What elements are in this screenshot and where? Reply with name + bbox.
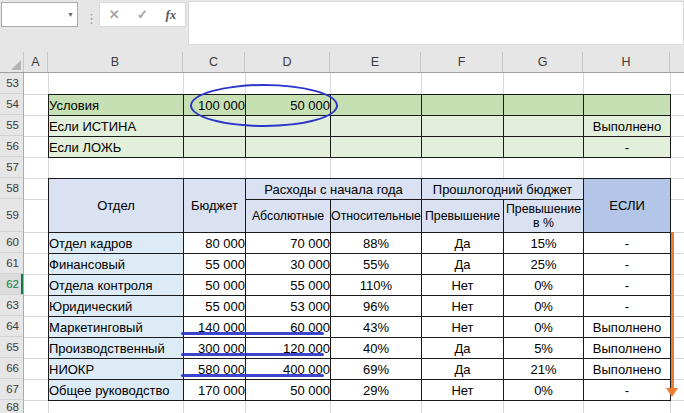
header-budget[interactable]: Бюджет	[184, 179, 246, 233]
row-header-65[interactable]: 65	[0, 337, 23, 358]
cell-exceed[interactable]: Да	[422, 338, 504, 359]
cell-relative[interactable]: 40%	[331, 338, 422, 359]
cell-dept[interactable]: Отдела контроля	[49, 275, 184, 296]
cell-exceed[interactable]: Да	[422, 359, 504, 380]
cell[interactable]	[184, 137, 246, 158]
header-exceed[interactable]: Превышение	[422, 200, 504, 233]
cell-dept[interactable]: Юридический	[49, 296, 184, 317]
column-header-e[interactable]: E	[330, 52, 421, 72]
cell[interactable]	[504, 137, 584, 158]
column-header-f[interactable]: F	[421, 52, 503, 72]
annotation-underline-production[interactable]	[181, 353, 324, 356]
row-header-59[interactable]: 59	[0, 199, 23, 232]
header-relative[interactable]: Относительные	[331, 200, 422, 233]
row-header-66[interactable]: 66	[0, 358, 23, 379]
enter-icon[interactable]: ✓	[137, 7, 148, 22]
row-header-60[interactable]: 60	[0, 232, 23, 253]
column-header-b[interactable]: B	[48, 52, 183, 72]
cell-absolute[interactable]: 50 000	[246, 380, 331, 401]
row-header-55[interactable]: 55	[0, 115, 23, 136]
cell-if-true-label[interactable]: Если ИСТИНА	[49, 116, 184, 137]
cell-relative[interactable]: 29%	[331, 380, 422, 401]
header-absolute[interactable]: Абсолютные	[246, 200, 331, 233]
cell-exceed-pct[interactable]: 25%	[504, 254, 584, 275]
cell-if[interactable]: -	[584, 380, 671, 401]
row-header-64[interactable]: 64	[0, 316, 23, 337]
row-header-61[interactable]: 61	[0, 253, 23, 274]
row-header-63[interactable]: 63	[0, 295, 23, 316]
cell[interactable]	[584, 95, 671, 116]
cell[interactable]	[422, 137, 504, 158]
cell-exceed[interactable]: Да	[422, 254, 504, 275]
annotation-ellipse[interactable]	[190, 84, 338, 127]
cell-dept[interactable]: Маркетинговый	[49, 317, 184, 338]
cell-if[interactable]: -	[584, 296, 671, 317]
cell-exceed-pct[interactable]: 21%	[504, 359, 584, 380]
annotation-underline-marketing[interactable]	[181, 332, 324, 335]
cell-if[interactable]: Выполнено	[584, 317, 671, 338]
row-header-54[interactable]: 54	[0, 94, 23, 115]
cell-exceed-pct[interactable]: 0%	[504, 296, 584, 317]
row-header-62-active[interactable]: 62	[0, 274, 23, 295]
row-header-57[interactable]: 57	[0, 157, 23, 178]
cell-if-true-result[interactable]: Выполнено	[584, 116, 671, 137]
header-dept[interactable]: Отдел	[49, 179, 184, 233]
cell-relative[interactable]: 110%	[331, 275, 422, 296]
cell-if[interactable]: -	[584, 254, 671, 275]
header-expenses-group[interactable]: Расходы с начала года	[246, 179, 422, 200]
header-if[interactable]: ЕСЛИ	[584, 179, 671, 233]
annotation-underline-niokr[interactable]	[181, 374, 324, 377]
cell-exceed-pct[interactable]: 0%	[504, 317, 584, 338]
cell-budget[interactable]: 55 000	[184, 296, 246, 317]
cell-conditions-label[interactable]: Условия	[49, 95, 184, 116]
annotation-arrow-head-icon[interactable]	[666, 388, 678, 397]
cell[interactable]	[331, 116, 422, 137]
cell-if[interactable]: Выполнено	[584, 338, 671, 359]
cell-dept[interactable]: Общее руководство	[49, 380, 184, 401]
cell-exceed[interactable]: Нет	[422, 380, 504, 401]
select-all-corner[interactable]	[0, 52, 24, 72]
row-header-58[interactable]: 58	[0, 178, 23, 199]
cell-budget[interactable]: 170 000	[184, 380, 246, 401]
cell-relative[interactable]: 69%	[331, 359, 422, 380]
cell-exceed[interactable]: Нет	[422, 296, 504, 317]
cell-exceed[interactable]: Да	[422, 233, 504, 254]
cell-dept[interactable]: НИОКР	[49, 359, 184, 380]
cell[interactable]	[504, 95, 584, 116]
cell-exceed-pct[interactable]: 0%	[504, 380, 584, 401]
cell-if-false-result[interactable]: -	[584, 137, 671, 158]
cell-budget[interactable]: 55 000	[184, 254, 246, 275]
column-header-d[interactable]: D	[245, 52, 330, 72]
cancel-icon[interactable]: ✕	[109, 7, 120, 22]
row-header-56[interactable]: 56	[0, 136, 23, 157]
cell-absolute[interactable]: 30 000	[246, 254, 331, 275]
formula-input[interactable]	[188, 1, 684, 45]
cell-absolute[interactable]: 55 000	[246, 275, 331, 296]
name-box[interactable]: ▼	[1, 2, 78, 27]
cell-exceed[interactable]: Нет	[422, 275, 504, 296]
cell-dept[interactable]: Отдел кадров	[49, 233, 184, 254]
cell-relative[interactable]: 43%	[331, 317, 422, 338]
cell-relative[interactable]: 96%	[331, 296, 422, 317]
cell-exceed[interactable]: Нет	[422, 317, 504, 338]
column-header-g[interactable]: G	[503, 52, 583, 72]
cell-if[interactable]: Выполнено	[584, 359, 671, 380]
column-header-h[interactable]: H	[583, 52, 670, 72]
cell[interactable]	[331, 137, 422, 158]
header-prev-budget-group[interactable]: Прошлогодний бюджет	[422, 179, 584, 200]
cell-budget[interactable]: 80 000	[184, 233, 246, 254]
cell[interactable]	[422, 116, 504, 137]
cell-exceed-pct[interactable]: 5%	[504, 338, 584, 359]
cell-exceed-pct[interactable]: 15%	[504, 233, 584, 254]
row-header-53[interactable]: 53	[0, 73, 23, 94]
column-header-c[interactable]: C	[183, 52, 245, 72]
header-exceed-pct[interactable]: Превышение в %	[504, 200, 584, 233]
cell[interactable]	[504, 116, 584, 137]
cell-exceed-pct[interactable]: 0%	[504, 275, 584, 296]
insert-function-icon[interactable]: fx	[165, 7, 176, 23]
cell-absolute[interactable]: 53 000	[246, 296, 331, 317]
cell-dept[interactable]: Производственный	[49, 338, 184, 359]
cell-absolute[interactable]: 70 000	[246, 233, 331, 254]
cell-if[interactable]: -	[584, 275, 671, 296]
cell-if-false-label[interactable]: Если ЛОЖЬ	[49, 137, 184, 158]
